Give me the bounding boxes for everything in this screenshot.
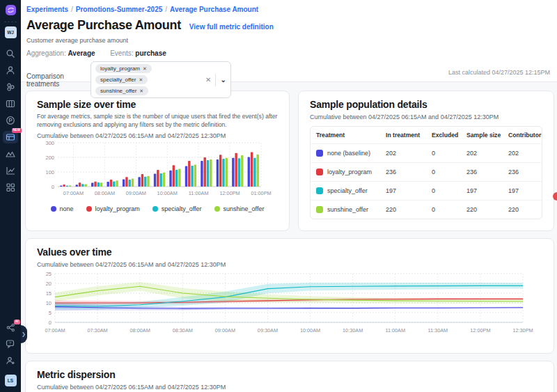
chip-close-icon[interactable]: ✕ (139, 77, 143, 83)
legend-item-sunshine-offer[interactable]: sunshine_offer (214, 205, 265, 212)
user-avatar[interactable]: LS (5, 375, 17, 386)
clear-all-icon[interactable]: ✕ (205, 76, 211, 84)
legend-item-loyalty-program[interactable]: loyalty_program (86, 205, 140, 212)
svg-text:200: 200 (45, 155, 54, 161)
svg-text:?: ? (9, 341, 12, 345)
new-badge: NEW (12, 128, 22, 133)
breadcrumb-separator: / (165, 6, 167, 13)
floating-notification-dot[interactable] (553, 192, 557, 201)
values-over-time-card: Values over time Cumulative between 04/2… (25, 238, 554, 354)
search-icon[interactable] (6, 49, 15, 58)
ai-assistant-icon[interactable]: AI (6, 323, 15, 332)
svg-text:5: 5 (49, 310, 52, 316)
metric-dispersion-card: Metric dispersion Cumulative between 04/… (25, 361, 554, 392)
svg-text:09:00AM: 09:00AM (215, 327, 235, 334)
population-title: Sample population details (310, 99, 542, 110)
chip-sunshine-offer[interactable]: sunshine_offer✕ (95, 86, 148, 95)
main-area: Experiments/Promotions-Summer-2025/Avera… (21, 0, 557, 392)
chevron-right-icon: ❯ (22, 331, 26, 337)
population-table: Treatment In treatment Excluded Sample s… (310, 126, 542, 219)
population-card: Sample population details Cumulative bet… (298, 91, 554, 231)
legend-dot (86, 206, 92, 212)
svg-text:11:00AM: 11:00AM (385, 327, 405, 334)
line-chart-icon[interactable] (6, 166, 15, 175)
dispersion-title: Metric dispersion (37, 369, 542, 380)
treatment-swatch (316, 150, 323, 157)
help-chat-icon[interactable]: ? (6, 339, 15, 349)
invite-user-icon[interactable] (6, 356, 15, 366)
svg-text:11:00AM: 11:00AM (189, 190, 209, 196)
chip-specialty-offer[interactable]: specialty_offer✕ (95, 75, 148, 84)
last-calculated: Last calculated 04/27/2025 12:15PM (448, 69, 550, 76)
values-cumulative: Cumulative between 04/27/2025 06:15AM an… (37, 261, 542, 268)
ai-badge: AI (14, 320, 20, 324)
events-value: purchase (135, 49, 166, 57)
events-label: Events: (110, 49, 133, 57)
svg-text:11:30AM: 11:30AM (427, 327, 448, 334)
svg-text:10:00AM: 10:00AM (157, 190, 178, 196)
svg-text:07:00AM: 07:00AM (63, 190, 84, 196)
products-grid-icon[interactable] (6, 182, 15, 192)
sample-size-title: Sample size over time (37, 99, 278, 110)
sample-size-bar-chart[interactable]: 010020030007:00AM08:00AM09:00AM10:00AM11… (37, 139, 279, 205)
svg-text:15: 15 (46, 290, 52, 297)
chip-close-icon[interactable]: ✕ (139, 88, 143, 94)
workspace-badge[interactable]: WJ (5, 26, 17, 38)
treatment-swatch (316, 168, 323, 175)
chip-loyalty-program[interactable]: loyalty_program✕ (95, 64, 152, 73)
table-row: none (baseline) 202 0 202 202 (311, 143, 542, 162)
content-area: Sample size over time For average metric… (21, 82, 557, 392)
segments-icon[interactable] (6, 82, 15, 92)
table-header-row: Treatment In treatment Excluded Sample s… (311, 127, 542, 143)
svg-text:08:30AM: 08:30AM (173, 327, 193, 334)
legend-dot (51, 206, 56, 212)
svg-text:09:00AM: 09:00AM (126, 190, 146, 196)
aggregation-label: Aggregation: (26, 49, 66, 57)
svg-text:100: 100 (45, 169, 54, 175)
experiments-icon[interactable] (6, 149, 15, 159)
svg-text:08:00AM: 08:00AM (130, 327, 150, 334)
svg-text:0: 0 (49, 320, 52, 326)
users-icon[interactable] (6, 65, 15, 75)
breadcrumb-experiment-name[interactable]: Promotions-Summer-2025 (76, 6, 162, 13)
bar-chart-legend: none loyalty_program specialty_offer sun… (37, 205, 278, 212)
svg-text:10:30AM: 10:30AM (343, 327, 363, 334)
svg-text:12:00PM: 12:00PM (470, 327, 490, 334)
svg-text:07:30AM: 07:30AM (87, 327, 107, 334)
legend-item-none[interactable]: none (51, 205, 74, 212)
chip-close-icon[interactable]: ✕ (143, 66, 147, 72)
comparison-row: Comparison treatments loyalty_program✕ s… (26, 61, 549, 98)
legend-dot (214, 206, 220, 212)
values-title: Values over time (37, 246, 542, 258)
population-cumulative: Cumulative between 04/27/2025 06:15AM an… (310, 113, 542, 120)
breadcrumb: Experiments/Promotions-Summer-2025/Avera… (26, 6, 549, 13)
legend-item-specialty-offer[interactable]: specialty_offer (152, 205, 202, 212)
svg-text:12:30PM: 12:30PM (512, 327, 533, 334)
sidebar: WJ NEW AI ? LS (0, 0, 21, 392)
view-metric-definition-link[interactable]: View full metric definition (189, 23, 274, 31)
comparison-treatments-label: Comparison treatments (26, 72, 91, 88)
values-line-chart[interactable]: 051015202507:00AM07:30AM08:00AM08:30AM09… (37, 268, 544, 345)
pulse-icon[interactable] (6, 116, 15, 125)
metrics-nav-item-active[interactable]: NEW (3, 131, 18, 143)
svg-text:08:00AM: 08:00AM (95, 190, 115, 196)
svg-text:25: 25 (46, 271, 52, 277)
svg-text:0: 0 (52, 184, 54, 190)
table-row: sunshine_offer 220 0 220 220 (311, 200, 542, 219)
multiselect-divider (215, 74, 216, 86)
sidebar-divider (4, 22, 17, 22)
treatments-multiselect[interactable]: loyalty_program✕ specialty_offer✕ sunshi… (91, 61, 231, 98)
treatment-swatch (316, 187, 323, 194)
breadcrumb-experiments[interactable]: Experiments (26, 6, 68, 13)
metric-subtitle: Customer average purchase amount (26, 37, 549, 44)
sample-size-cumulative: Cumulative between 04/27/2025 06:15AM an… (37, 132, 278, 139)
svg-text:07:00AM: 07:00AM (45, 327, 65, 334)
app-logo-icon[interactable] (5, 4, 17, 16)
svg-text:20: 20 (46, 281, 52, 287)
svg-text:10:00AM: 10:00AM (300, 327, 320, 334)
columns-icon[interactable] (6, 99, 15, 109)
sample-size-description: For average metrics, sample size is the … (37, 113, 278, 129)
breadcrumb-metric-name[interactable]: Average Purchase Amount (170, 6, 258, 13)
chevron-down-icon[interactable]: ⌄ (220, 78, 226, 81)
dispersion-cumulative: Cumulative between 04/27/2025 06:15AM an… (37, 384, 542, 391)
